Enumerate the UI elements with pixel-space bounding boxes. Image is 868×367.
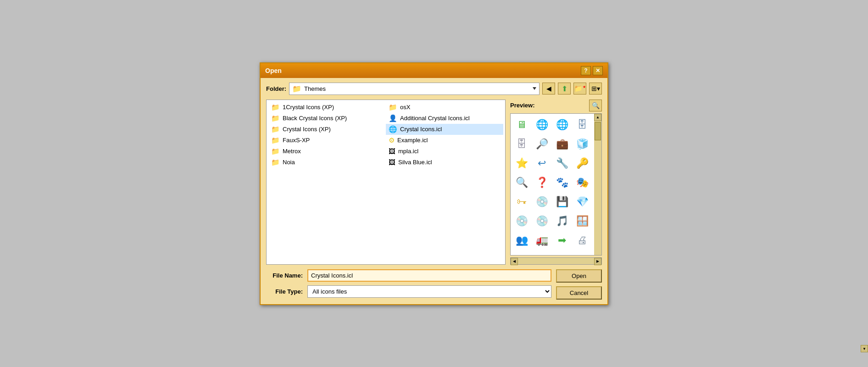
up-icon: ⬆ xyxy=(562,84,568,93)
preview-icon: 🪟 xyxy=(573,212,591,230)
folder-icon: 📁 xyxy=(271,147,280,156)
list-item[interactable]: 📁 Crystal Icons (XP) xyxy=(268,124,386,135)
folder-dropdown[interactable]: 📁 Themes xyxy=(289,83,540,95)
scroll-up-button[interactable]: ▲ xyxy=(594,114,601,121)
item-name: Metrox xyxy=(283,148,301,155)
preview-icon: ➡ xyxy=(553,231,571,250)
list-item[interactable]: 📁 Metrox xyxy=(268,146,386,157)
file-icon: 🖼 xyxy=(389,158,395,166)
preview-icon: ❓ xyxy=(533,173,551,192)
list-item[interactable]: 👤 Additional Crystal Icons.icl xyxy=(386,113,503,124)
file-type-row: File Type: All icons files ICL files DLL… xyxy=(266,285,551,298)
list-item[interactable]: ⚙ Example.icl xyxy=(386,135,503,146)
preview-header: Preview: 🔍 xyxy=(510,100,602,111)
list-item[interactable]: 🖼 mpla.icl xyxy=(386,146,503,157)
view-icon: ⊞▾ xyxy=(591,85,600,92)
list-item[interactable]: 🖼 Silva Blue.icl xyxy=(386,157,503,168)
file-icon: 👤 xyxy=(389,114,397,122)
preview-icon: 🔍 xyxy=(512,173,531,192)
file-list-panel[interactable]: 📁 1Crystal Icons (XP) 📁 osX 📁 Black Crys… xyxy=(266,100,506,265)
preview-search-icon: 🔍 xyxy=(592,102,600,109)
dropdown-arrow-icon xyxy=(533,87,536,90)
item-name: FauxS-XP xyxy=(283,137,310,144)
folder-label: Folder: xyxy=(266,85,286,92)
file-type-label: File Type: xyxy=(266,288,303,295)
view-button[interactable]: ⊞▾ xyxy=(589,83,602,95)
preview-icon: 🎭 xyxy=(573,173,591,192)
preview-icon: 🖨 xyxy=(573,231,591,250)
preview-icon: 🔎 xyxy=(533,135,551,153)
item-name: Crystal Icons (XP) xyxy=(283,126,331,133)
back-button[interactable]: ◀ xyxy=(542,83,555,95)
title-bar: Open ? ✕ xyxy=(261,63,607,78)
preview-icon: 💼 xyxy=(553,135,571,153)
hscroll-track xyxy=(518,258,594,264)
list-item[interactable]: 📁 Black Crystal Icons (XP) xyxy=(268,113,386,124)
preview-icon: 🧊 xyxy=(573,135,591,153)
open-dialog: Open ? ✕ Folder: 📁 Themes ◀ ⬆ 📁★ xyxy=(260,62,608,305)
preview-icon: 🗝 xyxy=(512,193,531,211)
item-name: Additional Crystal Icons.icl xyxy=(400,115,470,122)
preview-icon: ↩ xyxy=(533,154,551,172)
scroll-thumb[interactable] xyxy=(595,122,601,140)
dialog-title: Open xyxy=(265,67,282,74)
action-buttons: Open Cancel xyxy=(556,269,602,300)
title-bar-buttons: ? ✕ xyxy=(581,66,603,75)
preview-icon: ⭐ xyxy=(512,154,531,172)
file-icon: ⚙ xyxy=(389,136,395,145)
folder-icon: 📁 xyxy=(271,158,280,167)
folder-icon: 📁 xyxy=(271,125,280,133)
toolbar-row: Folder: 📁 Themes ◀ ⬆ 📁★ ⊞▾ xyxy=(266,83,602,95)
preview-icon: 💿 xyxy=(533,212,551,230)
item-name: Crystal Icons.icl xyxy=(400,126,442,133)
list-item[interactable]: 📁 Noia xyxy=(268,157,386,168)
file-icon: 🖼 xyxy=(389,147,395,155)
scroll-left-button[interactable]: ◀ xyxy=(511,258,518,265)
preview-icon: 💾 xyxy=(553,193,571,211)
preview-search-button[interactable]: 🔍 xyxy=(589,100,602,111)
folder-icon: 📁 xyxy=(389,103,397,111)
list-item[interactable]: 📁 1Crystal Icons (XP) xyxy=(268,102,386,113)
new-folder-icon: 📁★ xyxy=(574,84,586,93)
item-name: Example.icl xyxy=(397,137,428,144)
preview-content: 🖥 🌐 🌐 🗄 🗄 🔎 💼 🧊 ⭐ ↩ 🔧 🔑 🔍 ❓ xyxy=(511,114,594,255)
list-item[interactable]: 📁 osX xyxy=(386,102,503,113)
preview-hscrollbar: ◀ ▶ xyxy=(510,257,602,265)
main-area: 📁 1Crystal Icons (XP) 📁 osX 📁 Black Crys… xyxy=(266,100,602,265)
file-name-row: File Name: xyxy=(266,269,551,282)
preview-scrollbar: ▲ ▼ xyxy=(594,114,601,255)
close-button[interactable]: ✕ xyxy=(593,66,603,75)
scroll-right-button[interactable]: ▶ xyxy=(594,258,601,265)
preview-label: Preview: xyxy=(510,102,534,109)
preview-icon: 💎 xyxy=(573,193,591,211)
folder-name: Themes xyxy=(304,85,530,92)
file-type-select-wrap: All icons files ICL files DLL files EXE … xyxy=(307,285,551,298)
list-item[interactable]: 📁 FauxS-XP xyxy=(268,135,386,146)
preview-image: 🖥 🌐 🌐 🗄 🗄 🔎 💼 🧊 ⭐ ↩ 🔧 🔑 🔍 ❓ xyxy=(510,113,602,256)
preview-icon: 👥 xyxy=(512,231,531,250)
file-list: 📁 1Crystal Icons (XP) 📁 osX 📁 Black Crys… xyxy=(268,102,503,168)
preview-icon: 🚛 xyxy=(533,231,551,250)
back-icon: ◀ xyxy=(546,85,551,92)
cancel-button[interactable]: Cancel xyxy=(556,286,602,300)
preview-icon: 🔑 xyxy=(573,154,591,172)
folder-icon: 📁 xyxy=(271,114,280,122)
preview-icon: 🐾 xyxy=(553,173,571,192)
item-name: osX xyxy=(400,104,410,111)
open-button[interactable]: Open xyxy=(556,269,602,283)
preview-icon: 🎵 xyxy=(553,212,571,230)
dialog-body: Folder: 📁 Themes ◀ ⬆ 📁★ ⊞▾ xyxy=(261,78,607,304)
preview-icon: 💿 xyxy=(533,193,551,211)
preview-panel: Preview: 🔍 🖥 🌐 🌐 🗄 🗄 🔎 💼 🧊 xyxy=(510,100,602,265)
file-name-input[interactable] xyxy=(307,269,551,282)
preview-icon: 🌐 xyxy=(553,116,571,134)
file-type-select[interactable]: All icons files ICL files DLL files EXE … xyxy=(308,286,551,297)
list-item[interactable]: 🌐 Crystal Icons.icl xyxy=(386,124,503,135)
item-name: mpla.icl xyxy=(398,148,418,155)
up-button[interactable]: ⬆ xyxy=(558,83,571,95)
help-button[interactable]: ? xyxy=(581,66,591,75)
item-name: 1Crystal Icons (XP) xyxy=(283,104,334,111)
new-folder-button[interactable]: 📁★ xyxy=(573,83,586,95)
preview-icon: 🖥 xyxy=(512,116,531,134)
file-name-label: File Name: xyxy=(266,272,303,279)
